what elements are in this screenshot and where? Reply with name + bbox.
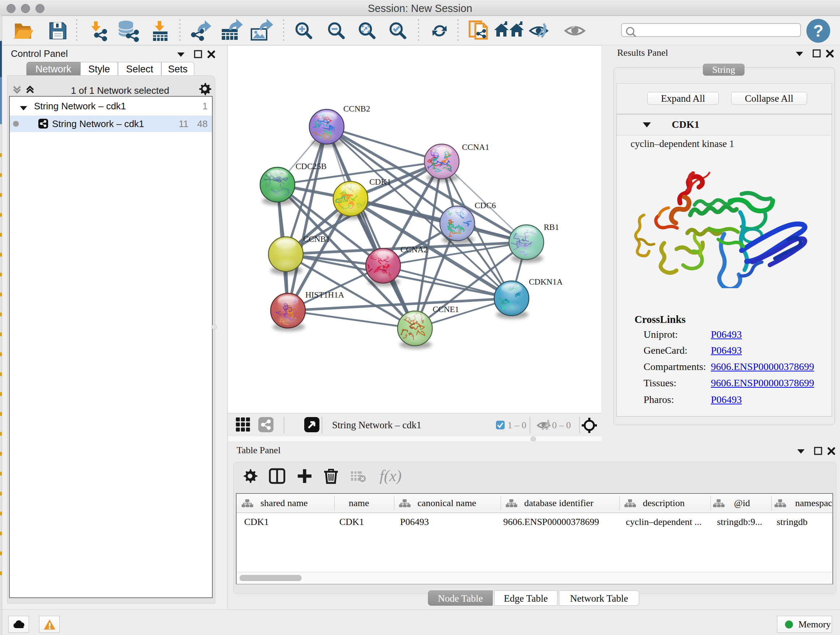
svg-text:?: ? xyxy=(813,21,823,40)
svg-text:f(x): f(x) xyxy=(379,468,401,484)
